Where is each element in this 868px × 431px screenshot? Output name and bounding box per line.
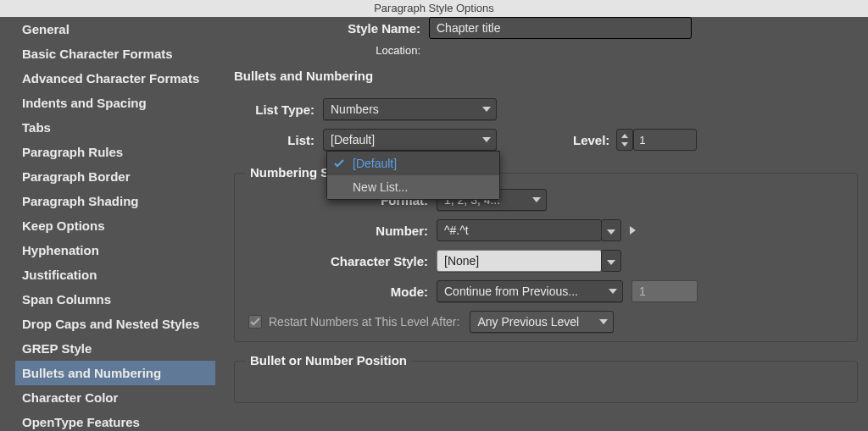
list-dropdown: [Default] New List... bbox=[326, 151, 500, 200]
char-style-label: Character Style: bbox=[248, 254, 437, 268]
restart-checkbox[interactable] bbox=[248, 315, 262, 329]
chevron-down-icon bbox=[532, 197, 541, 202]
number-value: ^#.^t bbox=[444, 224, 469, 237]
sidebar-item-paragraph-rules[interactable]: Paragraph Rules bbox=[15, 140, 215, 164]
chevron-down-icon bbox=[609, 289, 617, 294]
dialog: General Basic Character Formats Advanced… bbox=[0, 17, 868, 431]
list-type-select[interactable]: Numbers bbox=[323, 98, 497, 120]
sidebar-item-justification[interactable]: Justification bbox=[15, 262, 215, 287]
restart-level-select[interactable]: Any Previous Level bbox=[470, 311, 614, 333]
sidebar-item-opentype-features[interactable]: OpenType Features bbox=[15, 410, 215, 431]
mode-value: Continue from Previous... bbox=[444, 285, 578, 298]
list-dropdown-item-label: [Default] bbox=[353, 157, 397, 170]
char-style-field[interactable]: [None] bbox=[437, 250, 602, 272]
sidebar-item-span-columns[interactable]: Span Columns bbox=[15, 287, 215, 312]
list-select[interactable]: [Default] bbox=[323, 129, 497, 151]
sidebar-item-tabs[interactable]: Tabs bbox=[15, 115, 215, 140]
sidebar-item-character-color[interactable]: Character Color bbox=[15, 385, 215, 410]
chevron-down-icon bbox=[482, 107, 491, 112]
main-panel: Style Name: Location: Bullets and Number… bbox=[215, 17, 868, 431]
mode-label: Mode: bbox=[248, 285, 437, 299]
sidebar-item-bullets-numbering[interactable]: Bullets and Numbering bbox=[15, 361, 215, 385]
check-icon bbox=[250, 317, 260, 327]
bullet-number-position-title: Bullet or Number Position bbox=[245, 353, 412, 367]
list-label: List: bbox=[234, 133, 323, 147]
mode-select[interactable]: Continue from Previous... bbox=[437, 280, 623, 302]
location-label: Location: bbox=[234, 44, 429, 57]
mode-start-value: 1 bbox=[639, 285, 646, 298]
level-stepper[interactable] bbox=[616, 129, 633, 151]
chevron-up-icon bbox=[621, 131, 628, 140]
numbering-style-group-title: Numbering St bbox=[245, 165, 338, 180]
list-dropdown-item-label: New List... bbox=[353, 180, 408, 194]
number-label: Number: bbox=[248, 224, 437, 238]
mode-start-at-input: 1 bbox=[632, 280, 698, 302]
section-title: Bullets and Numbering bbox=[234, 69, 858, 83]
chevron-down-icon bbox=[599, 319, 608, 324]
sidebar-item-hyphenation[interactable]: Hyphenation bbox=[15, 238, 215, 262]
sidebar: General Basic Character Formats Advanced… bbox=[15, 17, 215, 431]
style-name-input[interactable] bbox=[429, 17, 692, 39]
list-dropdown-item-default[interactable]: [Default] bbox=[327, 152, 499, 175]
sidebar-item-grep-style[interactable]: GREP Style bbox=[15, 336, 215, 361]
chevron-down-icon bbox=[607, 254, 615, 268]
sidebar-item-general[interactable]: General bbox=[15, 17, 215, 41]
list-value: [Default] bbox=[331, 133, 375, 146]
style-name-label: Style Name: bbox=[234, 21, 429, 36]
level-label: Level: bbox=[573, 133, 609, 147]
level-input[interactable] bbox=[633, 129, 697, 151]
number-dropdown-button[interactable] bbox=[601, 219, 621, 241]
chevron-down-icon bbox=[621, 140, 628, 148]
window-title: Paragraph Style Options bbox=[0, 0, 868, 17]
list-dropdown-item-new-list[interactable]: New List... bbox=[327, 175, 499, 199]
char-style-dropdown-button[interactable] bbox=[601, 250, 621, 272]
sidebar-item-paragraph-shading[interactable]: Paragraph Shading bbox=[15, 189, 215, 213]
sidebar-item-keep-options[interactable]: Keep Options bbox=[15, 213, 215, 238]
sidebar-item-indents-spacing[interactable]: Indents and Spacing bbox=[15, 91, 215, 115]
check-icon bbox=[334, 157, 344, 171]
char-style-value: [None] bbox=[444, 254, 479, 268]
restart-level-value: Any Previous Level bbox=[477, 315, 579, 329]
number-input[interactable]: ^#.^t bbox=[437, 219, 602, 241]
restart-label: Restart Numbers at This Level After: bbox=[269, 315, 459, 329]
bullet-number-position-group: Bullet or Number Position bbox=[234, 361, 858, 403]
list-type-label: List Type: bbox=[234, 102, 323, 117]
sidebar-item-paragraph-border[interactable]: Paragraph Border bbox=[15, 164, 215, 189]
list-type-value: Numbers bbox=[331, 102, 379, 116]
sidebar-item-advanced-character-formats[interactable]: Advanced Character Formats bbox=[15, 66, 215, 91]
chevron-down-icon bbox=[482, 137, 491, 142]
chevron-down-icon bbox=[607, 224, 615, 237]
sidebar-item-basic-character-formats[interactable]: Basic Character Formats bbox=[15, 41, 215, 66]
sidebar-item-drop-caps[interactable]: Drop Caps and Nested Styles bbox=[15, 312, 215, 336]
flyout-icon[interactable] bbox=[630, 226, 636, 235]
